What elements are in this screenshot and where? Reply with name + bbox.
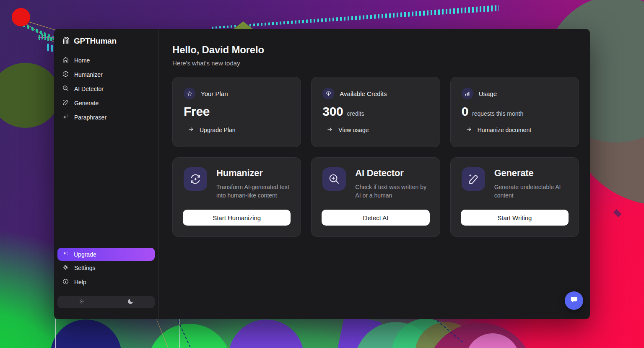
generate-icon	[62, 99, 69, 107]
bg-bar	[51, 45, 53, 52]
card-title: Your Plan	[201, 90, 228, 97]
bg-candle	[50, 37, 52, 41]
fingerprint-logo-icon	[62, 36, 71, 47]
sidebar-item-settings[interactable]: Settings	[57, 261, 155, 275]
card-title: Available Credits	[340, 90, 387, 97]
card-title: Usage	[479, 90, 497, 97]
stat-cards-row: Your Plan Free Upgrade Plan	[172, 77, 579, 147]
bg-candle	[39, 35, 40, 40]
credits-value: 300	[322, 104, 343, 119]
chat-widget-button[interactable]	[565, 291, 583, 310]
main-content: Hello, David Morelo Here's what's new to…	[159, 29, 590, 319]
humanizer-icon	[184, 167, 207, 191]
diamond-icon	[322, 88, 334, 99]
home-icon	[62, 56, 69, 65]
arrow-right-icon	[188, 126, 194, 134]
bg-dashed-tape	[212, 4, 499, 29]
theme-toggle[interactable]	[57, 296, 155, 308]
card-description: Check if text was written by AI or a hum…	[355, 183, 428, 200]
sidebar-item-ai-detector[interactable]: AI Detector	[59, 82, 153, 96]
bar-chart-icon	[462, 88, 473, 99]
bg-circle	[0, 63, 60, 128]
gear-icon	[62, 264, 69, 272]
generate-card: Generate Generate undetectable AI conten…	[450, 157, 579, 237]
bg-bar	[47, 44, 49, 51]
card-description: Generate undetectable AI content	[494, 183, 568, 200]
theme-light-option[interactable]	[57, 296, 106, 308]
bg-candle	[47, 36, 49, 41]
page-title: Hello, David Morelo	[172, 44, 579, 56]
sidebar-item-label: Generate	[74, 100, 99, 106]
plan-card: Your Plan Free Upgrade Plan	[172, 77, 301, 147]
card-title: AI Detector	[355, 168, 428, 179]
app-logo[interactable]: GPTHuman	[54, 29, 158, 51]
sidebar-item-label: AI Detector	[74, 86, 104, 92]
humanize-document-link[interactable]: Humanize document	[466, 126, 531, 134]
bg-circle	[229, 319, 304, 348]
usage-card: Usage 0 requests this month Humanize doc…	[450, 77, 579, 147]
credits-unit: credits	[347, 110, 364, 117]
moon-icon	[127, 298, 134, 306]
page-subtitle: Here's what's new today	[172, 60, 579, 67]
bg-candle	[44, 35, 46, 40]
bg-red-circle	[12, 8, 30, 26]
sidebar-item-label: Humanizer	[74, 71, 103, 78]
upgrade-plan-link[interactable]: Upgrade Plan	[188, 126, 236, 134]
chat-bubble-icon	[569, 295, 579, 306]
sidebar-nav: Home Humanizer	[54, 53, 158, 125]
humanizer-card: Humanizer Transform AI-generated text in…	[172, 157, 301, 237]
generate-icon	[462, 167, 485, 191]
sidebar-item-home[interactable]: Home	[59, 53, 153, 68]
bg-candle-line	[38, 37, 55, 38]
ai-detector-icon	[62, 85, 69, 93]
link-label: Humanize document	[478, 127, 531, 133]
link-label: View usage	[338, 127, 369, 133]
app-title: GPTHuman	[74, 36, 117, 46]
card-description: Transform AI-generated text into human-l…	[216, 183, 290, 200]
link-label: Upgrade Plan	[200, 127, 236, 133]
sparkles-icon	[62, 250, 69, 258]
card-title: Humanizer	[216, 168, 290, 179]
card-title: Generate	[494, 168, 568, 179]
bg-triangle	[234, 21, 253, 29]
app-window: GPTHuman Home	[54, 29, 590, 319]
bg-circle	[50, 319, 122, 348]
help-label: Help	[74, 279, 86, 286]
view-usage-link[interactable]: View usage	[327, 126, 369, 134]
sun-icon	[78, 298, 85, 306]
desktop-stage: GPTHuman Home	[0, 0, 644, 348]
sidebar-footer: Upgrade Settings	[57, 248, 155, 308]
paraphraser-icon	[62, 113, 69, 122]
bg-candle	[42, 34, 43, 39]
arrow-right-icon	[466, 126, 472, 134]
ai-detector-icon	[322, 167, 346, 191]
upgrade-label: Upgrade	[74, 251, 96, 258]
usage-value: 0	[462, 104, 468, 119]
start-humanizing-button[interactable]: Start Humanizing	[183, 210, 291, 226]
credits-card: Available Credits 300 credits View usage	[311, 77, 440, 147]
humanizer-icon	[62, 70, 69, 79]
info-icon	[62, 278, 69, 286]
sidebar-item-humanizer[interactable]: Humanizer	[59, 68, 153, 82]
sidebar: GPTHuman Home	[54, 29, 159, 319]
theme-dark-option[interactable]	[106, 296, 155, 308]
star-icon	[184, 88, 195, 99]
bg-diamond	[613, 209, 621, 217]
settings-label: Settings	[74, 265, 96, 271]
plan-value: Free	[184, 104, 210, 119]
usage-unit: requests this month	[472, 110, 523, 117]
sidebar-item-generate[interactable]: Generate	[59, 96, 153, 110]
ai-detector-card: AI Detector Check if text was written by…	[311, 157, 440, 237]
sidebar-item-help[interactable]: Help	[57, 275, 155, 289]
detect-ai-button[interactable]: Detect AI	[322, 210, 429, 226]
upgrade-button[interactable]: Upgrade	[57, 248, 155, 261]
action-cards-row: Humanizer Transform AI-generated text in…	[172, 157, 579, 237]
sidebar-item-label: Paraphraser	[74, 114, 106, 121]
sidebar-item-label: Home	[74, 57, 90, 64]
start-writing-button[interactable]: Start Writing	[461, 210, 569, 226]
sidebar-item-paraphraser[interactable]: Paraphraser	[59, 110, 153, 125]
arrow-right-icon	[327, 126, 333, 134]
bg-line	[55, 319, 56, 348]
